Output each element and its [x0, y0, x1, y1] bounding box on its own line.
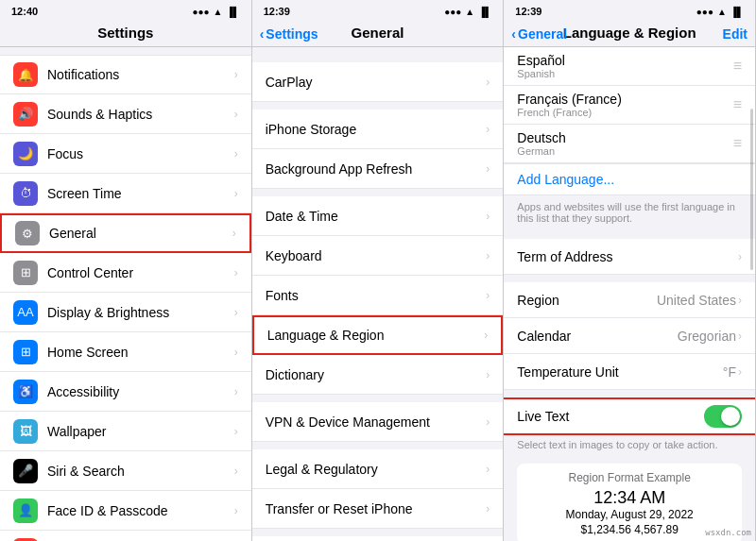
general-item-1[interactable]: iPhone Storage ›: [252, 110, 504, 149]
general-item-3[interactable]: Date & Time ›: [252, 196, 504, 236]
time-2: 12:39: [264, 6, 290, 17]
signal-icon: ●●●: [192, 7, 209, 17]
settings-item-5[interactable]: ⊞ Control Center ›: [0, 253, 251, 293]
lang-name-2: Deutsch: [517, 130, 565, 145]
settings-item-0[interactable]: 🔔 Notifications ›: [0, 55, 251, 94]
calendar-label: Calendar: [517, 329, 571, 344]
status-icons-2: ●●● ▲ ▐▌: [444, 7, 491, 17]
general-items: CarPlay › iPhone Storage › Background Ap…: [252, 55, 504, 541]
back-button-2[interactable]: ‹ Settings: [260, 26, 318, 42]
settings-item-3[interactable]: ⏱ Screen Time ›: [0, 174, 251, 213]
settings-icon-12: SOS: [13, 538, 38, 542]
general-item-0[interactable]: CarPlay ›: [252, 62, 504, 102]
drag-handle-1[interactable]: ≡: [733, 96, 742, 113]
languages-list: Español Spanish ≡ Français (France) Fren…: [504, 47, 755, 163]
lang-item-1[interactable]: Français (France) French (France) ≡: [504, 86, 755, 125]
add-language-button[interactable]: Add Language...: [504, 163, 755, 195]
general-label-9: Legal & Regulatory: [266, 462, 487, 477]
term-address-chevron: ›: [738, 250, 742, 263]
settings-list[interactable]: 🔔 Notifications › 🔊 Sounds & Haptics › 🌙…: [0, 47, 251, 541]
general-chevron-7: ›: [486, 368, 490, 381]
region-value: United States ›: [657, 293, 742, 308]
chevron-icon-8: ›: [234, 385, 238, 398]
general-item-4[interactable]: Keyboard ›: [252, 236, 504, 276]
chevron-icon-4: ›: [232, 227, 236, 240]
general-item-8[interactable]: VPN & Device Management ›: [252, 402, 504, 442]
chevron-back-icon-3: ‹: [511, 26, 516, 42]
back-button-3[interactable]: ‹ General: [511, 26, 567, 42]
settings-icon-6: AA: [13, 300, 38, 325]
general-item-7[interactable]: Dictionary ›: [252, 355, 504, 395]
general-item-2[interactable]: Background App Refresh ›: [252, 149, 504, 189]
general-chevron-3: ›: [486, 210, 490, 223]
general-label-6: Language & Region: [267, 328, 485, 343]
general-list[interactable]: CarPlay › iPhone Storage › Background Ap…: [252, 47, 504, 541]
lang-sub-1: French (France): [517, 107, 621, 118]
settings-item-11[interactable]: 👤 Face ID & Passcode ›: [0, 491, 251, 531]
region-format-time: 12:34 AM: [528, 488, 730, 508]
lang-sub-2: German: [517, 145, 565, 157]
battery-icon-3: ▐▌: [730, 7, 744, 17]
general-chevron-5: ›: [486, 289, 490, 302]
general-label-8: VPN & Device Management: [266, 414, 487, 430]
term-address-row[interactable]: Term of Address ›: [504, 239, 755, 275]
general-label-1: iPhone Storage: [266, 122, 487, 137]
status-bar-3: 12:39 ●●● ▲ ▐▌: [504, 0, 755, 21]
watermark: wsxdn.com: [705, 528, 751, 537]
settings-label-4: General: [49, 226, 232, 241]
lang-name-0: Español: [517, 53, 565, 68]
lang-sub-0: Spanish: [517, 68, 565, 79]
calendar-chevron: ›: [738, 330, 742, 343]
edit-button[interactable]: Edit: [723, 26, 747, 42]
settings-item-10[interactable]: 🎤 Siri & Search ›: [0, 451, 251, 491]
status-icons-3: ●●● ▲ ▐▌: [696, 7, 744, 17]
region-chevron: ›: [738, 294, 742, 307]
chevron-icon-2: ›: [234, 147, 238, 161]
general-item-5[interactable]: Fonts ›: [252, 276, 504, 315]
settings-label-1: Sounds & Haptics: [47, 107, 234, 122]
settings-item-9[interactable]: 🖼 Wallpaper ›: [0, 412, 251, 451]
general-item-11[interactable]: Shut Down: [252, 536, 504, 541]
region-row[interactable]: Region United States ›: [504, 282, 755, 318]
scrollbar: [750, 109, 753, 271]
settings-item-8[interactable]: ♿ Accessibility ›: [0, 372, 251, 412]
settings-label-7: Home Screen: [47, 345, 234, 360]
drag-handle-0[interactable]: ≡: [733, 58, 742, 75]
lang-item-0[interactable]: Español Spanish ≡: [504, 47, 755, 86]
temp-unit-value: °F ›: [723, 364, 742, 380]
settings-item-6[interactable]: AA Display & Brightness ›: [0, 293, 251, 332]
settings-item-2[interactable]: 🌙 Focus ›: [0, 134, 251, 174]
settings-item-12[interactable]: SOS Emergency SOS ›: [0, 531, 251, 541]
region-format-nums: $1,234.56 4,567.89: [528, 523, 730, 536]
general-chevron-2: ›: [486, 162, 490, 176]
live-text-row[interactable]: Live Text: [504, 397, 755, 435]
nav-bar-2: ‹ Settings General: [252, 21, 504, 47]
chevron-icon-11: ›: [234, 504, 238, 517]
live-text-toggle[interactable]: [704, 405, 742, 428]
settings-icon-4: ⚙: [15, 221, 40, 245]
settings-icon-10: 🎤: [13, 459, 38, 483]
general-item-10[interactable]: Transfer or Reset iPhone ›: [252, 489, 504, 529]
settings-icon-11: 👤: [13, 499, 38, 523]
temp-unit-row[interactable]: Temperature Unit °F ›: [504, 354, 755, 390]
settings-label-9: Wallpaper: [47, 424, 234, 439]
settings-item-4[interactable]: ⚙ General ›: [0, 213, 251, 253]
settings-label-3: Screen Time: [47, 186, 234, 201]
general-chevron-4: ›: [486, 249, 490, 262]
settings-label-10: Siri & Search: [47, 464, 234, 479]
drag-handle-2[interactable]: ≡: [733, 135, 742, 152]
calendar-row[interactable]: Calendar Gregorian ›: [504, 318, 755, 354]
general-chevron-10: ›: [486, 502, 490, 516]
general-label-5: Fonts: [266, 288, 487, 303]
time-3: 12:39: [515, 6, 541, 17]
settings-item-7[interactable]: ⊞ Home Screen ›: [0, 332, 251, 372]
term-address-label: Term of Address: [517, 249, 612, 264]
settings-label-2: Focus: [47, 146, 234, 161]
chevron-icon-10: ›: [234, 465, 238, 478]
chevron-icon-5: ›: [234, 266, 238, 279]
general-item-6[interactable]: Language & Region ›: [252, 315, 504, 355]
general-label-0: CarPlay: [266, 75, 487, 90]
lang-item-2[interactable]: Deutsch German ≡: [504, 125, 755, 163]
settings-item-1[interactable]: 🔊 Sounds & Haptics ›: [0, 94, 251, 134]
general-item-9[interactable]: Legal & Regulatory ›: [252, 449, 504, 489]
